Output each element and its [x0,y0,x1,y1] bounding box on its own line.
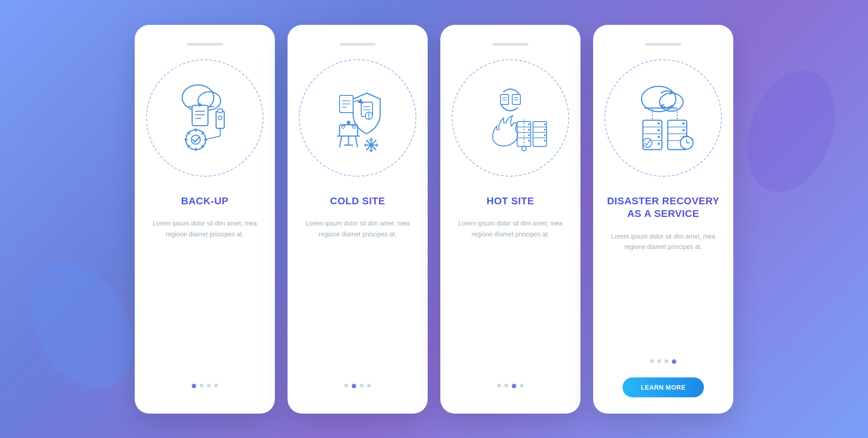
svg-point-97 [683,129,685,131]
dot-4 [367,384,371,387]
svg-line-21 [205,136,220,140]
bg-decoration-right [731,58,851,205]
svg-point-69 [528,140,530,141]
cold-site-description: Lorem ipsum dolor sit dim amet, mea regi… [300,218,415,374]
cards-container: BACK-UP Lorem ipsum dolor sit dim amet, … [135,25,733,414]
dot-1 [650,359,654,363]
dot-2 [657,359,661,363]
svg-point-89 [658,136,660,138]
draas-dots [650,359,676,364]
svg-point-78 [522,146,526,151]
learn-more-button[interactable]: LEARN MORE [623,377,703,397]
backup-icon [160,73,250,163]
draas-description: Lorem ipsum dolor sit dim amet, mea regi… [606,231,721,350]
card-notch [492,43,528,46]
dot-4 [672,359,676,364]
cold-site-title: COLD SITE [330,195,385,208]
svg-rect-8 [218,109,222,113]
dot-2 [200,384,203,387]
svg-point-50 [347,121,350,124]
cold-site-dots [344,384,371,388]
backup-description: Lorem ipsum dolor sit dim amet, mea regi… [147,218,262,374]
svg-rect-70 [533,122,547,146]
dot-1 [497,384,501,387]
svg-rect-57 [512,94,520,104]
dot-4 [520,384,524,387]
cold-site-icon-circle [299,59,416,177]
card-notch [187,43,223,46]
svg-rect-3 [192,105,208,126]
svg-point-77 [544,140,546,141]
hot-site-title: HOT SITE [486,195,534,208]
svg-point-90 [658,142,660,145]
bg-decoration-left [8,244,154,406]
card-notch [645,43,681,46]
svg-line-34 [340,136,342,147]
card-notch [340,43,376,46]
backup-icon-circle [146,59,264,177]
svg-point-74 [544,123,546,125]
dot-1 [192,384,196,388]
dot-3 [360,384,363,387]
dot-3 [512,384,516,388]
svg-line-35 [355,136,358,147]
dot-2 [505,384,508,387]
draas-icon [618,73,708,163]
dot-3 [665,359,668,363]
backup-dots [192,384,218,388]
backup-title: BACK-UP [181,195,229,208]
card-backup: BACK-UP Lorem ipsum dolor sit dim amet, … [135,25,275,414]
card-cold-site: COLD SITE Lorem ipsum dolor sit dim amet… [288,25,428,414]
svg-point-87 [658,122,660,124]
dot-4 [214,384,218,387]
dot-2 [352,384,356,388]
hot-site-icon [465,73,556,163]
dot-3 [207,384,211,387]
svg-point-76 [544,134,546,136]
hot-site-dots [497,384,524,388]
svg-point-75 [544,129,546,131]
cold-site-icon [312,73,403,163]
svg-point-66 [528,123,530,125]
card-draas: DISASTER RECOVERY AS A SERVICE Lorem ips… [593,25,733,414]
svg-point-67 [528,129,530,131]
dot-1 [344,384,348,387]
hot-site-icon-circle [452,59,569,177]
draas-icon-circle [604,59,722,177]
card-hot-site: HOT SITE Lorem ipsum dolor sit dim amet,… [440,25,580,414]
svg-point-28 [368,117,370,118]
svg-rect-56 [500,94,509,104]
hot-site-description: Lorem ipsum dolor sit dim amet, mea regi… [453,218,568,374]
svg-point-96 [683,122,685,124]
svg-point-68 [528,134,530,136]
draas-title: DISASTER RECOVERY AS A SERVICE [606,195,721,221]
svg-point-88 [658,129,660,131]
